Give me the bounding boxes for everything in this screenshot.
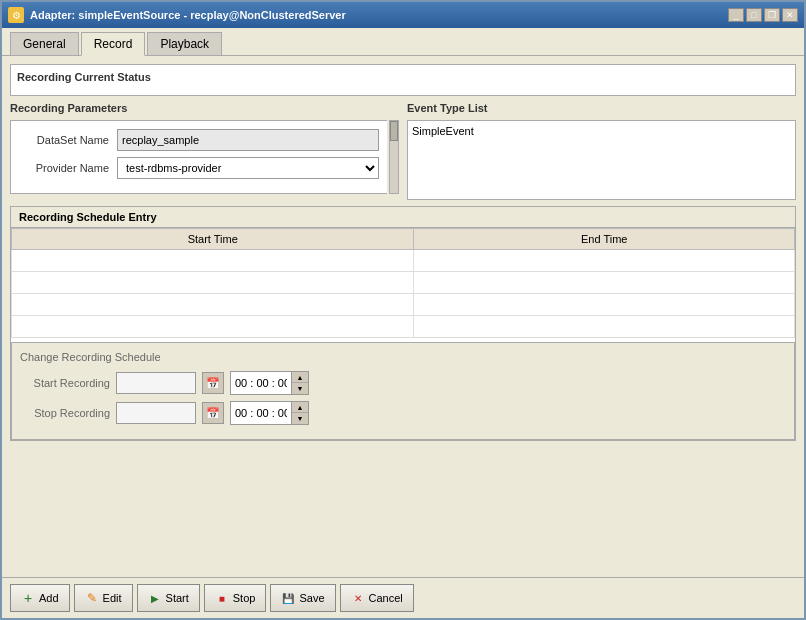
change-schedule-subsection: Change Recording Schedule Start Recordin… <box>11 342 795 440</box>
edit-label: Edit <box>103 592 122 604</box>
col-end-time: End Time <box>414 229 795 250</box>
table-cell <box>414 272 795 294</box>
minimize-button[interactable]: _ <box>728 8 744 22</box>
tab-content: Recording Current Status Recording Param… <box>2 55 804 577</box>
event-list-box: SimpleEvent <box>407 120 796 200</box>
params-inner: DataSet Name Provider Name test-rdbms-pr… <box>10 120 399 194</box>
event-type-section: Event Type List SimpleEvent <box>407 102 796 200</box>
start-recording-label: Start Recording <box>20 377 110 389</box>
save-icon: 💾 <box>281 591 295 605</box>
event-type-title: Event Type List <box>407 102 796 114</box>
dataset-row: DataSet Name <box>19 129 379 151</box>
restore-button[interactable]: ❐ <box>764 8 780 22</box>
schedule-header: Recording Schedule Entry <box>11 207 795 228</box>
start-time-spinner: ▲ ▼ <box>291 372 308 394</box>
stop-time-input[interactable] <box>231 402 291 424</box>
start-button[interactable]: ▶ Start <box>137 584 200 612</box>
schedule-table-header-row: Start Time End Time <box>12 229 795 250</box>
params-box: DataSet Name Provider Name test-rdbms-pr… <box>10 120 387 194</box>
stop-date-calendar-icon[interactable]: 📅 <box>202 402 224 424</box>
start-date-input[interactable] <box>116 372 196 394</box>
start-label: Start <box>166 592 189 604</box>
main-window: ⚙ Adapter: simpleEventSource - recplay@N… <box>0 0 806 620</box>
scroll-thumb <box>390 121 398 141</box>
window-title: Adapter: simpleEventSource - recplay@Non… <box>30 9 346 21</box>
cancel-icon: ✕ <box>351 591 365 605</box>
table-cell <box>12 316 414 338</box>
bottom-toolbar: + Add ✎ Edit ▶ Start ■ Stop 💾 Save ✕ Can… <box>2 577 804 618</box>
schedule-section: Recording Schedule Entry Start Time End … <box>10 206 796 441</box>
save-button[interactable]: 💾 Save <box>270 584 335 612</box>
dataset-input[interactable] <box>117 129 379 151</box>
start-time-down-button[interactable]: ▼ <box>292 383 308 394</box>
table-cell <box>12 250 414 272</box>
stop-recording-row: Stop Recording 📅 ▲ ▼ <box>20 401 786 425</box>
table-cell <box>12 272 414 294</box>
table-cell <box>414 250 795 272</box>
start-time-up-button[interactable]: ▲ <box>292 372 308 383</box>
stop-time-up-button[interactable]: ▲ <box>292 402 308 413</box>
stop-time-down-button[interactable]: ▼ <box>292 413 308 424</box>
stop-label: Stop <box>233 592 256 604</box>
provider-label: Provider Name <box>19 162 109 174</box>
cancel-label: Cancel <box>369 592 403 604</box>
window-controls: _ □ ❐ ✕ <box>728 8 798 22</box>
recording-params-title: Recording Parameters <box>10 102 399 114</box>
start-time-wrapper: ▲ ▼ <box>230 371 309 395</box>
change-schedule-title: Change Recording Schedule <box>20 351 786 363</box>
tab-general[interactable]: General <box>10 32 79 55</box>
schedule-table: Start Time End Time <box>11 228 795 338</box>
params-event-row: Recording Parameters DataSet Name Provid… <box>10 102 796 200</box>
close-button[interactable]: ✕ <box>782 8 798 22</box>
edit-button[interactable]: ✎ Edit <box>74 584 133 612</box>
edit-icon: ✎ <box>85 591 99 605</box>
provider-select[interactable]: test-rdbms-provider <box>118 159 378 177</box>
title-bar-left: ⚙ Adapter: simpleEventSource - recplay@N… <box>8 7 346 23</box>
tab-record[interactable]: Record <box>81 32 146 56</box>
add-icon: + <box>21 591 35 605</box>
stop-recording-label: Stop Recording <box>20 407 110 419</box>
title-bar: ⚙ Adapter: simpleEventSource - recplay@N… <box>2 2 804 28</box>
table-row <box>12 316 795 338</box>
cancel-button[interactable]: ✕ Cancel <box>340 584 414 612</box>
recording-status-section: Recording Current Status <box>10 64 796 96</box>
provider-select-wrapper: test-rdbms-provider <box>117 157 379 179</box>
table-cell <box>414 316 795 338</box>
save-label: Save <box>299 592 324 604</box>
recording-params-section: Recording Parameters DataSet Name Provid… <box>10 102 399 200</box>
event-list-item-0[interactable]: SimpleEvent <box>412 125 791 137</box>
add-label: Add <box>39 592 59 604</box>
table-cell <box>414 294 795 316</box>
stop-time-spinner: ▲ ▼ <box>291 402 308 424</box>
col-start-time: Start Time <box>12 229 414 250</box>
table-row <box>12 250 795 272</box>
table-cell <box>12 294 414 316</box>
stop-date-input[interactable] <box>116 402 196 424</box>
add-button[interactable]: + Add <box>10 584 70 612</box>
dataset-label: DataSet Name <box>19 134 109 146</box>
table-row <box>12 294 795 316</box>
table-row <box>12 272 795 294</box>
tab-bar: General Record Playback <box>2 28 804 55</box>
app-icon: ⚙ <box>8 7 24 23</box>
stop-button[interactable]: ■ Stop <box>204 584 267 612</box>
maximize-button[interactable]: □ <box>746 8 762 22</box>
tab-playback[interactable]: Playback <box>147 32 222 55</box>
start-time-input[interactable] <box>231 372 291 394</box>
start-date-calendar-icon[interactable]: 📅 <box>202 372 224 394</box>
provider-row: Provider Name test-rdbms-provider <box>19 157 379 179</box>
start-icon: ▶ <box>148 591 162 605</box>
stop-icon: ■ <box>215 591 229 605</box>
start-recording-row: Start Recording 📅 ▲ ▼ <box>20 371 786 395</box>
params-scrollbar[interactable] <box>389 120 399 194</box>
stop-time-wrapper: ▲ ▼ <box>230 401 309 425</box>
recording-status-title: Recording Current Status <box>17 71 789 83</box>
